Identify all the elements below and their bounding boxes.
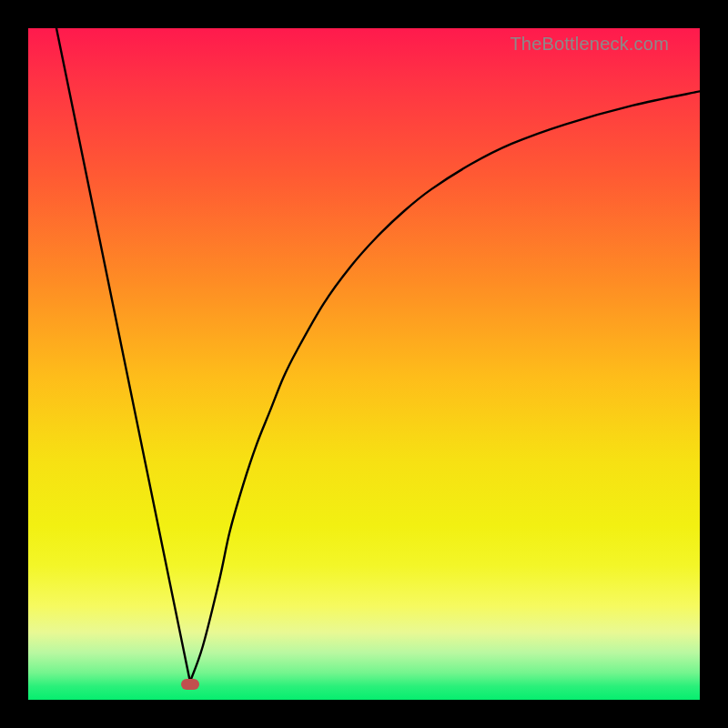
curve-layer	[28, 28, 700, 700]
minimum-marker	[181, 679, 199, 690]
chart-frame: TheBottleneck.com	[0, 0, 728, 728]
curve-left-path	[56, 28, 190, 682]
plot-area: TheBottleneck.com	[28, 28, 700, 700]
curve-right-path	[190, 91, 700, 682]
